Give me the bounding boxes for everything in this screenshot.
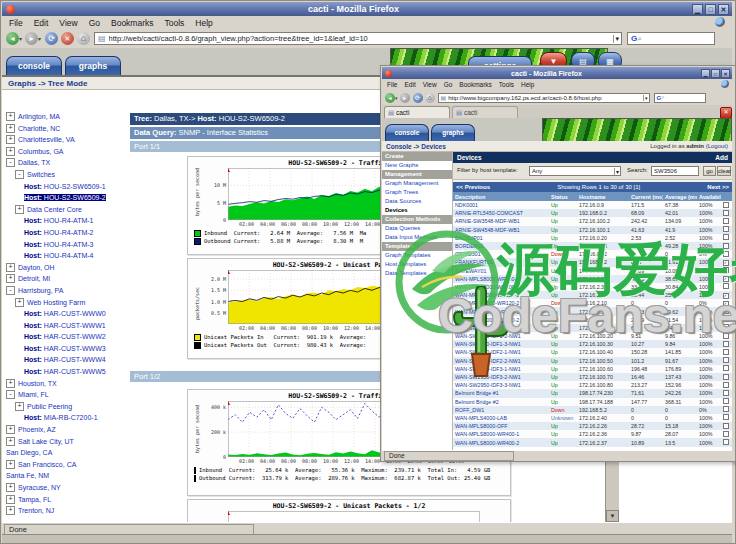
next-link[interactable]: Next >>: [707, 184, 729, 190]
back-button[interactable]: ◂: [385, 93, 395, 103]
menu-item-bookmarks[interactable]: Bookmarks: [111, 18, 154, 28]
row-checkbox[interactable]: [723, 357, 729, 363]
tree-branch-item[interactable]: +Salt Lake City, UT: [2, 436, 128, 448]
minimize-button[interactable]: ▁: [701, 69, 710, 78]
collapse-icon[interactable]: -: [6, 158, 15, 167]
url-dropdown-icon[interactable]: ▾: [613, 35, 622, 43]
tree-item-label[interactable]: Host: HAR-CUST-WWW1: [24, 322, 106, 329]
tree-item-label[interactable]: Phoenix, AZ: [18, 426, 56, 433]
menu-item-help[interactable]: Help: [521, 81, 534, 88]
device-name-link[interactable]: WAN-SW2950-IDF3-3-NW1: [453, 382, 549, 388]
device-row[interactable]: WAN-MPLS8000-WR400-1Up172.16.2.369.8728.…: [453, 430, 732, 438]
tree-branch-item[interactable]: +Detroit, MI: [2, 273, 128, 285]
clear-button[interactable]: clear: [717, 166, 731, 176]
tree-branch-item[interactable]: -Dallas, TX: [2, 157, 128, 169]
forward-dropdown-icon[interactable]: ▾: [38, 35, 41, 42]
close-button[interactable]: ✕: [721, 69, 730, 78]
device-name-link[interactable]: ARNIE-RTL5450-COMCAST: [453, 210, 549, 216]
device-name-link[interactable]: Belmont Bridge #2: [453, 399, 549, 405]
back-dropdown-icon[interactable]: ▾: [19, 35, 22, 42]
device-row[interactable]: WAN-MPLS8000-WR400-2Up172.16.2.3710.8913…: [453, 438, 732, 446]
tree-branch-item[interactable]: +Web Hosting Farm: [2, 297, 128, 309]
column-header[interactable]: Average (ms): [663, 194, 697, 200]
stop-button[interactable]: ✕: [61, 32, 74, 45]
tree-item-label[interactable]: Charlottesville, VA: [18, 136, 75, 143]
tree-item-label[interactable]: Detroit, MI: [18, 275, 50, 282]
expand-icon[interactable]: +: [6, 425, 15, 434]
tree-item-label[interactable]: Data Center Core: [27, 206, 82, 213]
column-header[interactable]: Hostname: [577, 194, 629, 200]
device-row[interactable]: ARNIE-RTL5450-COMCASTUp192.168.0.268.094…: [453, 209, 732, 217]
tab-console[interactable]: console: [385, 124, 429, 141]
tab-graphs[interactable]: graphs: [65, 56, 121, 75]
tree-item-label[interactable]: Dallas, TX: [18, 159, 50, 166]
tree-branch-item[interactable]: +Syracuse, NY: [2, 482, 128, 494]
row-checkbox[interactable]: [723, 431, 729, 437]
maximize-button[interactable]: □: [705, 4, 716, 15]
expand-icon[interactable]: +: [6, 112, 15, 121]
tree-branch-item[interactable]: Santa Fe, NM: [2, 470, 128, 482]
forward-button[interactable]: ▸: [400, 93, 410, 103]
expand-icon[interactable]: +: [6, 506, 15, 515]
tree-item-label[interactable]: Host: HOU-R4-ATM-1: [24, 217, 93, 224]
row-checkbox[interactable]: [723, 398, 729, 404]
tree-item-label[interactable]: Host: MIA-RB-C7200-1: [24, 414, 98, 421]
collapse-icon[interactable]: -: [6, 390, 15, 399]
tree-item-label[interactable]: Houston, TX: [18, 380, 57, 387]
url-bar[interactable]: ▤ http://web/cacti/cacti-0.8.6/graph_vie…: [94, 32, 622, 45]
tree-item-label[interactable]: Host: HOU-R4-ATM-4: [24, 252, 93, 259]
add-device-link[interactable]: Add: [715, 154, 728, 161]
expand-icon[interactable]: +: [6, 124, 15, 133]
tree-item-label[interactable]: Host: HOU-R4-ATM-3: [24, 241, 93, 248]
tree-branch-item[interactable]: +Houston, TX: [2, 378, 128, 390]
tree-item-label[interactable]: San Francisco, CA: [18, 461, 76, 468]
collapse-icon[interactable]: -: [6, 286, 15, 295]
tree-item-label[interactable]: Host: HAR-CUST-WWW0: [24, 310, 106, 317]
row-checkbox[interactable]: [723, 423, 729, 429]
browser-tab-inactive[interactable]: ▤ cacti: [452, 106, 518, 118]
tree-host-item[interactable]: Host: HOU-R4-ATM-3: [2, 239, 128, 251]
tree-item-label[interactable]: Tampa, FL: [18, 496, 51, 503]
device-search-input[interactable]: SW3506: [651, 166, 699, 176]
tree-item-label[interactable]: Host: HAR-CUST-WWW3: [24, 345, 106, 352]
menu-item-bookmarks[interactable]: Bookmarks: [459, 81, 492, 88]
tree-branch-item[interactable]: +Tampa, FL: [2, 494, 128, 506]
tree-host-item[interactable]: Host: HOU-R4-ATM-1: [2, 215, 128, 227]
tree-branch-item[interactable]: +San Francisco, CA: [2, 459, 128, 471]
tree-item-label[interactable]: Salt Lake City, UT: [18, 438, 74, 445]
menu-item-edit[interactable]: Edit: [404, 81, 415, 88]
device-name-link[interactable]: ROFF_DW1: [453, 407, 549, 413]
device-row[interactable]: NDK0001Up172.16.0.9171.567.38100%: [453, 201, 732, 209]
tree-host-item[interactable]: Host: HOU-S2-SW6509-1: [2, 181, 128, 193]
breadcrumb-text[interactable]: Graphs -> Tree Mode: [8, 79, 87, 88]
reload-button[interactable]: ⟳: [45, 32, 58, 45]
tree-item-label[interactable]: Columbus, GA: [18, 148, 64, 155]
device-name-link[interactable]: NDK0001: [453, 202, 549, 208]
tree-item-label[interactable]: Trenton, NJ: [18, 507, 54, 514]
tree-item-label[interactable]: Dayton, OH: [18, 264, 55, 271]
tree-branch-item[interactable]: +Dayton, OH: [2, 262, 128, 274]
device-row[interactable]: WAN-MPLS8000-OFFUp172.16.2.2628.7215.181…: [453, 422, 732, 430]
menu-item-view[interactable]: View: [423, 81, 437, 88]
tree-item-label[interactable]: Host: HOU-R4-ATM-2: [24, 229, 93, 236]
tree-host-item[interactable]: Host: HOU-S2-SW6509-2: [2, 192, 128, 204]
tree-host-item[interactable]: Host: MIA-RB-C7200-1: [2, 412, 128, 424]
expand-icon[interactable]: +: [6, 274, 15, 283]
expand-icon[interactable]: +: [6, 135, 15, 144]
expand-icon[interactable]: +: [15, 205, 24, 214]
tree-branch-item[interactable]: +Columbus, GA: [2, 146, 128, 158]
tree-item-label[interactable]: Host: HAR-CUST-WWW5: [24, 368, 106, 375]
menu-item-go[interactable]: Go: [89, 18, 100, 28]
tree-item-label[interactable]: Syracuse, NY: [18, 484, 61, 491]
menu-item-edit[interactable]: Edit: [34, 18, 49, 28]
host-template-select[interactable]: Any ▾: [529, 166, 621, 176]
main-title-bar[interactable]: cacti - Mozilla Firefox ▁ □ ✕: [2, 2, 732, 16]
expand-icon[interactable]: +: [15, 402, 24, 411]
expand-icon[interactable]: +: [6, 460, 15, 469]
row-checkbox[interactable]: [723, 218, 729, 224]
tab-graphs[interactable]: graphs: [431, 124, 475, 141]
tree-item-label[interactable]: Arlington, MA: [18, 113, 60, 120]
tree-host-item[interactable]: Host: HOU-R4-ATM-2: [2, 227, 128, 239]
url-dropdown-icon[interactable]: ▾: [643, 95, 649, 101]
tree-branch-item[interactable]: +Phoenix, AZ: [2, 424, 128, 436]
